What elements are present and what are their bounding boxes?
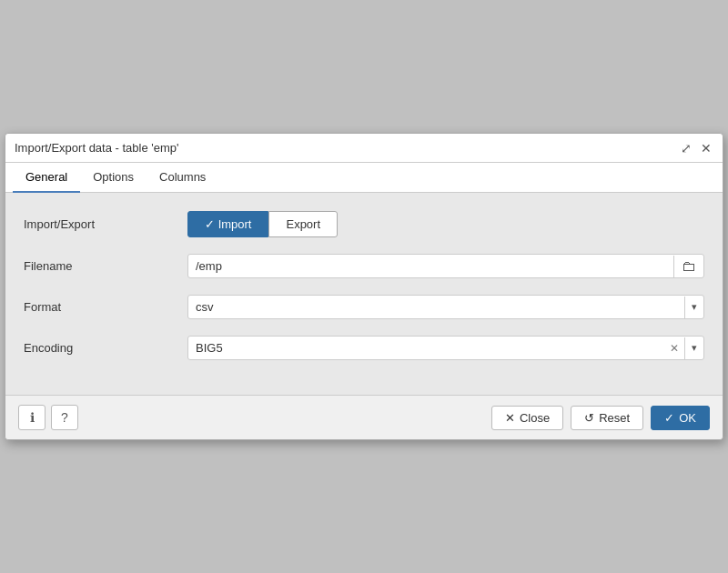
close-title-button[interactable]: ✕ [699, 142, 713, 155]
ok-btn-label: OK [679, 411, 696, 425]
reset-btn-label: Reset [599, 411, 630, 425]
info-icon: ℹ [30, 410, 35, 425]
reset-icon: ↺ [584, 411, 594, 425]
tab-content-general: Import/Export ✓ Import Export Filename 🗀… [5, 193, 723, 395]
dialog-title: Import/Export data - table 'emp' [15, 141, 179, 155]
encoding-select-wrapper: BIG5 ✕ ▾ [187, 336, 704, 360]
footer-left: ℹ ? [18, 405, 78, 430]
close-btn-icon: ✕ [505, 411, 515, 425]
title-bar: Import/Export data - table 'emp' ⤢ ✕ [5, 134, 723, 163]
encoding-value: BIG5 [188, 337, 664, 359]
filename-row: Filename 🗀 [24, 254, 704, 278]
footer-right: ✕ Close ↺ Reset ✓ OK [491, 406, 710, 430]
ok-icon: ✓ [664, 411, 674, 425]
encoding-clear-button[interactable]: ✕ [664, 338, 684, 358]
import-export-row: Import/Export ✓ Import Export [24, 211, 704, 237]
encoding-dropdown-button[interactable]: ▾ [685, 338, 703, 357]
chevron-down-icon: ▾ [692, 342, 697, 353]
help-icon: ? [61, 410, 68, 425]
footer: ℹ ? ✕ Close ↺ Reset ✓ OK [5, 395, 723, 439]
encoding-label: Encoding [24, 341, 187, 355]
encoding-row: Encoding BIG5 ✕ ▾ [24, 336, 704, 360]
import-check-icon: ✓ [205, 217, 218, 231]
import-export-label: Import/Export [24, 217, 187, 231]
close-icon: ✕ [670, 342, 679, 355]
format-value: csv [188, 296, 684, 318]
ok-button[interactable]: ✓ OK [651, 406, 710, 430]
filename-label: Filename [24, 259, 187, 273]
reset-button[interactable]: ↺ Reset [571, 406, 643, 430]
tab-columns[interactable]: Columns [147, 163, 218, 193]
tab-bar: General Options Columns [5, 163, 723, 193]
help-button[interactable]: ? [51, 405, 78, 430]
import-button[interactable]: ✓ Import [187, 211, 268, 237]
info-button[interactable]: ℹ [18, 405, 46, 430]
format-label: Format [24, 300, 187, 314]
format-row: Format csv ▾ [24, 295, 704, 319]
title-bar-buttons: ⤢ ✕ [679, 142, 713, 155]
filename-input[interactable] [188, 255, 673, 277]
tab-general[interactable]: General [13, 163, 80, 193]
import-export-toggle: ✓ Import Export [187, 211, 704, 237]
folder-icon: 🗀 [682, 258, 696, 274]
chevron-down-icon: ▾ [692, 301, 697, 312]
expand-button[interactable]: ⤢ [679, 142, 693, 155]
browse-folder-button[interactable]: 🗀 [673, 256, 703, 277]
export-button[interactable]: Export [268, 211, 338, 237]
filename-wrapper: 🗀 [187, 254, 704, 278]
close-btn-label: Close [520, 411, 550, 425]
import-export-dialog: Import/Export data - table 'emp' ⤢ ✕ Gen… [5, 133, 723, 440]
tab-options[interactable]: Options [80, 163, 147, 193]
format-select-wrapper: csv ▾ [187, 295, 704, 319]
close-button[interactable]: ✕ Close [491, 406, 563, 430]
format-dropdown-button[interactable]: ▾ [685, 297, 703, 317]
